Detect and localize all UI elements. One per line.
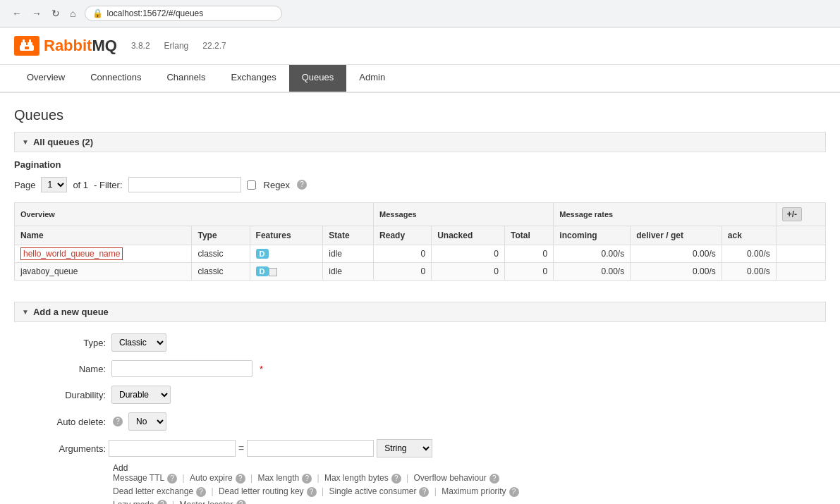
max-length-help-icon[interactable]: ? bbox=[302, 474, 312, 484]
queue-extra-cell bbox=[776, 263, 825, 281]
app-header: RabbitMQ 3.8.2 Erlang 22.2.7 bbox=[0, 27, 840, 65]
queue-deliver-get-cell: 0.00/s bbox=[631, 245, 722, 263]
all-queues-section-header[interactable]: ▼ All queues (2) bbox=[14, 132, 826, 152]
add-link-dead-letter-routing-key[interactable]: Dead letter routing key bbox=[219, 486, 304, 496]
queue-ack-cell: 0.00/s bbox=[722, 263, 776, 281]
forward-button[interactable]: → bbox=[28, 6, 45, 20]
nav-channels[interactable]: Channels bbox=[154, 65, 218, 92]
nav-exchanges[interactable]: Exchanges bbox=[218, 65, 288, 92]
of-label: of 1 bbox=[73, 180, 88, 190]
page-content: Queues ▼ All queues (2) Pagination Page … bbox=[0, 93, 840, 504]
arg-value-input[interactable] bbox=[247, 440, 374, 457]
col-state: State bbox=[323, 226, 374, 245]
nav-admin[interactable]: Admin bbox=[346, 65, 398, 92]
table-row: javaboy_queueclassicDidle0000.00/s0.00/s… bbox=[15, 263, 826, 281]
queue-ready-cell: 0 bbox=[374, 263, 432, 281]
name-label: Name: bbox=[28, 364, 106, 374]
add-link-dead-letter-exchange[interactable]: Dead letter exchange bbox=[113, 486, 193, 496]
durability-row: Durability: Durable Transient bbox=[28, 386, 812, 404]
regex-label: Regex bbox=[264, 180, 291, 190]
add-link-auto-expire[interactable]: Auto expire bbox=[190, 473, 233, 483]
name-input[interactable] bbox=[111, 360, 252, 377]
max-length-bytes-help-icon[interactable]: ? bbox=[391, 474, 401, 484]
queue-name-link[interactable]: hello_world_queue_name bbox=[20, 247, 123, 260]
name-row: Name: * bbox=[28, 360, 812, 377]
queue-incoming-cell: 0.00/s bbox=[554, 245, 631, 263]
add-link-lazy-mode[interactable]: Lazy mode bbox=[113, 500, 154, 504]
regex-checkbox[interactable] bbox=[247, 180, 256, 190]
queue-state-cell: idle bbox=[323, 263, 374, 281]
maximum-priority-help-icon[interactable]: ? bbox=[509, 487, 519, 497]
single-active-consumer-help-icon[interactable]: ? bbox=[419, 487, 429, 497]
message-ttl-help-icon[interactable]: ? bbox=[167, 474, 177, 484]
queue-unacked-cell: 0 bbox=[432, 263, 505, 281]
home-button[interactable]: ⌂ bbox=[66, 6, 79, 20]
lazy-mode-help-icon[interactable]: ? bbox=[157, 500, 167, 504]
auto-expire-help-icon[interactable]: ? bbox=[236, 474, 245, 484]
logo-area: RabbitMQ bbox=[14, 36, 117, 56]
plus-minus-cell[interactable]: +/- bbox=[776, 203, 825, 226]
arg-type-select[interactable]: String Number Boolean List bbox=[377, 439, 432, 457]
add-link-maximum-priority[interactable]: Maximum priority bbox=[442, 486, 506, 496]
add-link-overflow-behaviour[interactable]: Overflow behaviour bbox=[413, 473, 486, 483]
col-name: Name bbox=[15, 226, 192, 245]
svg-rect-5 bbox=[25, 47, 29, 49]
arg-key-input[interactable] bbox=[109, 440, 236, 457]
back-button[interactable]: ← bbox=[8, 6, 25, 20]
overflow-behaviour-help-icon[interactable]: ? bbox=[489, 474, 499, 484]
add-link-message-ttl[interactable]: Message TTL bbox=[113, 473, 164, 483]
nav-overview[interactable]: Overview bbox=[14, 65, 78, 92]
refresh-button[interactable]: ↻ bbox=[48, 6, 63, 20]
queue-name-link[interactable]: javaboy_queue bbox=[20, 266, 78, 276]
add-links-line: Message TTL? | Auto expire? | Max length… bbox=[113, 473, 812, 484]
regex-help-icon[interactable]: ? bbox=[297, 180, 307, 190]
add-link-max-length[interactable]: Max length bbox=[257, 473, 299, 483]
browser-bar: ← → ↻ ⌂ 🔒 localhost:15672/#/queues bbox=[0, 0, 840, 27]
durable-badge: D bbox=[256, 249, 269, 259]
message-rates-group-header: Message rates bbox=[554, 203, 776, 226]
arguments-label: Arguments: bbox=[28, 443, 106, 454]
dead-letter-exchange-help-icon[interactable]: ? bbox=[196, 487, 206, 497]
add-link-max-length-bytes[interactable]: Max length bytes bbox=[324, 473, 389, 483]
auto-delete-row: Auto delete: ? No Yes bbox=[28, 412, 812, 431]
add-queue-section-body: Type: Classic Quorum Name: * Durability:… bbox=[14, 322, 826, 504]
add-links-line: Dead letter exchange? | Dead letter rout… bbox=[113, 486, 812, 497]
queue-total-cell: 0 bbox=[504, 245, 553, 263]
page-label: Page bbox=[14, 180, 35, 190]
nav-connections[interactable]: Connections bbox=[78, 65, 154, 92]
type-row: Type: Classic Quorum bbox=[28, 333, 812, 352]
col-unacked: Unacked bbox=[432, 226, 505, 245]
erlang-version: 22.2.7 bbox=[202, 41, 226, 51]
filter-label: - Filter: bbox=[94, 180, 122, 190]
browser-url-bar[interactable]: 🔒 localhost:15672/#/queues bbox=[85, 6, 282, 21]
dead-letter-routing-key-help-icon[interactable]: ? bbox=[307, 487, 317, 497]
overview-group-header: Overview bbox=[15, 203, 374, 226]
app-logo-text: RabbitMQ bbox=[44, 37, 117, 55]
auto-delete-select[interactable]: No Yes bbox=[128, 412, 166, 431]
queue-type-cell: classic bbox=[192, 245, 250, 263]
page-select[interactable]: 1 bbox=[41, 177, 67, 192]
browser-nav[interactable]: ← → ↻ ⌂ bbox=[8, 6, 79, 20]
svg-rect-3 bbox=[29, 39, 31, 43]
url-text: localhost:15672/#/queues bbox=[106, 8, 203, 18]
filter-input[interactable] bbox=[128, 177, 241, 192]
plus-minus-button[interactable]: +/- bbox=[782, 207, 802, 221]
durability-select[interactable]: Durable Transient bbox=[111, 386, 171, 404]
add-queue-section-header[interactable]: ▼ Add a new queue bbox=[14, 302, 826, 322]
auto-delete-help-icon[interactable]: ? bbox=[113, 417, 123, 426]
add-link-master-locator[interactable]: Master locator bbox=[180, 500, 233, 504]
table-row: hello_world_queue_nameclassicDidle0000.0… bbox=[15, 245, 826, 263]
master-locator-help-icon[interactable]: ? bbox=[236, 500, 246, 504]
col-total: Total bbox=[504, 226, 553, 245]
queues-table: Overview Messages Message rates +/- Name… bbox=[14, 202, 826, 281]
rabbitmq-logo-icon bbox=[14, 36, 39, 56]
nav-queues[interactable]: Queues bbox=[289, 65, 347, 92]
rabbit-svg bbox=[20, 39, 34, 52]
queue-features-cell: D bbox=[250, 245, 323, 263]
type-select[interactable]: Classic Quorum bbox=[111, 333, 166, 352]
equals-sign: = bbox=[238, 443, 244, 454]
add-link-single-active-consumer[interactable]: Single active consumer bbox=[329, 486, 416, 496]
pipe-separator: | bbox=[170, 500, 177, 504]
pipe-separator: | bbox=[248, 473, 255, 483]
col-incoming: incoming bbox=[554, 226, 631, 245]
